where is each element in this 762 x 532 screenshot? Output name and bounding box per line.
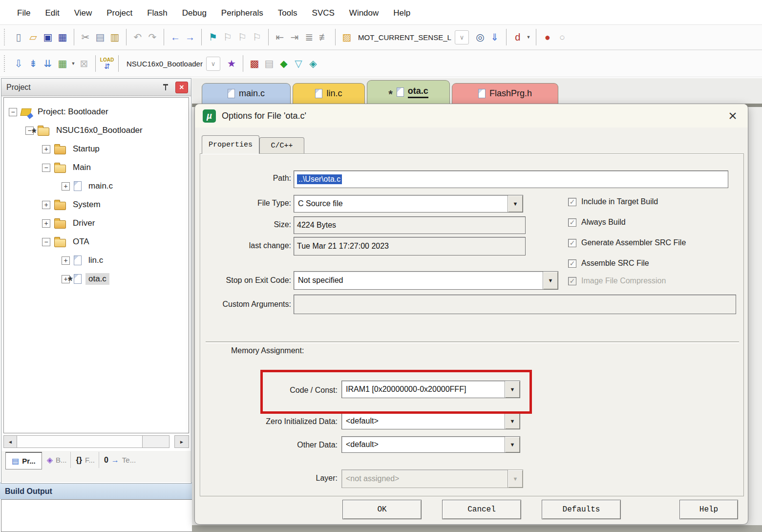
save-icon[interactable]: ▣ [41, 29, 55, 45]
manage-items-icon[interactable]: ▤ [262, 56, 276, 71]
tree-item-main-group[interactable]: Main [4, 158, 189, 177]
tab-c-cpp[interactable]: C/C++ [259, 137, 304, 154]
comment-icon[interactable]: ≣ [302, 29, 317, 45]
dropdown-arrow-icon[interactable]: ▼ [70, 56, 77, 71]
tab-properties[interactable]: Properties [202, 135, 259, 154]
tab-functions[interactable]: {} F... [72, 452, 99, 468]
collapse-icon[interactable] [9, 108, 17, 116]
stop-on-exit-combo[interactable]: Not specified [294, 271, 558, 290]
dropdown-arrow-icon[interactable] [505, 437, 520, 452]
tree-item-ota-c[interactable]: ota.c [4, 270, 189, 288]
checkbox-assemble-src[interactable]: Assemble SRC File [568, 257, 649, 269]
dialog-close-icon[interactable] [725, 108, 740, 123]
menu-view[interactable]: View [67, 8, 100, 18]
tree-item-driver[interactable]: Driver [4, 214, 189, 233]
flash-wizard-icon[interactable]: ★ [224, 56, 239, 71]
undo-icon[interactable]: ↶ [130, 29, 145, 45]
dropdown-arrow-icon[interactable] [505, 413, 520, 429]
file-type-combo[interactable]: C Source file [294, 195, 523, 213]
checkbox-checked-icon[interactable] [568, 218, 576, 227]
navigate-forward-icon[interactable]: → [183, 29, 197, 45]
zero-initialized-data-combo[interactable]: <default> [341, 413, 520, 429]
bookmark-toggle-icon[interactable]: ⚑ [206, 29, 220, 45]
checkbox-always-build[interactable]: Always Build [568, 216, 626, 228]
batch-build-icon[interactable]: ▦ [55, 56, 70, 71]
custom-arguments-input[interactable] [294, 295, 736, 314]
menu-tools[interactable]: Tools [271, 8, 305, 18]
tree-item-project-bootloader[interactable]: Project: Bootloader [4, 103, 189, 121]
tree-item-system[interactable]: System [4, 195, 189, 214]
bookmark-next-icon[interactable]: ⚐ [235, 29, 250, 45]
tree-item-lin-c[interactable]: lin.c [4, 251, 189, 270]
navigate-back-icon[interactable]: ← [168, 29, 183, 45]
tree-item-nsuc16x0-bootloader[interactable]: NSUC16x0_Bootloader [4, 121, 189, 140]
new-file-icon[interactable]: ▯ [11, 29, 26, 45]
bookmark-clear-icon[interactable]: ⚐ [250, 29, 264, 45]
scroll-left-icon[interactable] [4, 436, 17, 447]
pack-filter-icon[interactable]: ▽ [291, 56, 306, 71]
defaults-button[interactable]: Defaults [542, 500, 621, 519]
runtime-environment-icon[interactable]: ◆ [276, 56, 291, 71]
uncomment-icon[interactable]: ≢ [317, 29, 331, 45]
debug-search-icon[interactable]: d [510, 29, 525, 45]
checkbox-include-in-target-build[interactable]: Include in Target Build [568, 196, 658, 208]
open-file-icon[interactable]: ▱ [26, 29, 41, 45]
copy-icon[interactable]: ▤ [93, 29, 107, 45]
menu-file[interactable]: File [10, 8, 38, 18]
menu-flash[interactable]: Flash [140, 8, 175, 18]
expand-icon[interactable] [42, 219, 50, 228]
expand-icon[interactable] [62, 256, 70, 265]
menu-edit[interactable]: Edit [38, 8, 66, 18]
tab-project[interactable]: ▤ Pr... [5, 452, 42, 469]
target-options-icon[interactable]: ▩ [247, 56, 262, 71]
scroll-right-icon[interactable] [174, 435, 189, 448]
breakpoint-disabled-icon[interactable]: ○ [555, 29, 570, 45]
expand-icon[interactable] [62, 182, 70, 191]
tab-ota-c[interactable]: ota.c [367, 80, 450, 104]
load-icon[interactable]: LOAD [100, 56, 114, 71]
save-all-icon[interactable]: ▦ [55, 29, 70, 45]
tree-item-ota-group[interactable]: OTA [4, 233, 189, 251]
tab-templates[interactable]: 0 → Te... [100, 452, 140, 468]
chevron-down-icon[interactable]: ∨ [455, 30, 469, 44]
dropdown-arrow-icon[interactable] [543, 272, 558, 289]
cancel-button[interactable]: Cancel [442, 500, 521, 519]
checkbox-checked-icon[interactable] [568, 259, 576, 268]
menu-window[interactable]: Window [342, 8, 386, 18]
target-select-combo[interactable]: NSUC16x0_Bootloader∨ [127, 56, 220, 71]
dropdown-arrow-icon[interactable]: ▼ [525, 29, 532, 45]
horizontal-scrollbar[interactable] [3, 435, 169, 448]
dropdown-arrow-icon[interactable] [508, 195, 523, 212]
menu-peripherals[interactable]: Peripherals [214, 8, 271, 18]
menu-help[interactable]: Help [386, 8, 418, 18]
tab-main-c[interactable]: main.c [202, 83, 291, 104]
other-data-combo[interactable]: <default> [341, 436, 520, 453]
path-input[interactable]: ..\User\ota.c [294, 170, 728, 188]
dropdown-arrow-icon[interactable] [505, 381, 520, 398]
translate-icon[interactable]: ⇩ [11, 56, 26, 71]
search-history-combo[interactable]: MOT_CURRENT_SENSE_L∨ [358, 29, 469, 45]
paste-icon[interactable]: ▥ [107, 29, 122, 45]
cut-icon[interactable]: ✂ [78, 29, 93, 45]
redo-icon[interactable]: ↷ [145, 29, 160, 45]
indent-left-icon[interactable]: ⇤ [273, 29, 287, 45]
tab-flashprg-h[interactable]: FlashPrg.h [452, 83, 558, 104]
breakpoint-icon[interactable]: ● [540, 29, 555, 45]
code-const-combo[interactable]: IRAM1 [0x20000000-0x20000FFF] [341, 381, 520, 398]
rebuild-icon[interactable]: ⇊ [41, 56, 55, 71]
checkbox-generate-assembler-src[interactable]: Generate Assembler SRC File [568, 237, 686, 249]
close-panel-button[interactable] [175, 82, 188, 93]
tree-item-startup[interactable]: Startup [4, 140, 189, 158]
build-icon[interactable]: ⇟ [26, 56, 41, 71]
tab-books[interactable]: ◈ B... [43, 452, 71, 468]
find-in-files-icon[interactable]: ◎ [473, 29, 487, 45]
expand-icon[interactable] [42, 201, 50, 209]
stop-build-icon[interactable]: ⊠ [77, 56, 91, 71]
indent-right-icon[interactable]: ⇥ [287, 29, 302, 45]
menu-svcs[interactable]: SVCS [305, 8, 342, 18]
tree-item-main-c[interactable]: main.c [4, 177, 189, 195]
options-folder-icon[interactable]: ▨ [339, 29, 354, 45]
checkbox-checked-icon[interactable] [568, 198, 576, 206]
dialog-titlebar[interactable]: Options for File 'ota.c' [195, 104, 748, 128]
bookmark-prev-icon[interactable]: ⚐ [220, 29, 235, 45]
